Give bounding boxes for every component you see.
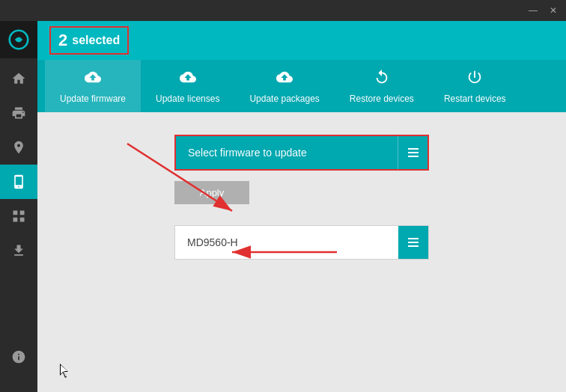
sidebar-item-print[interactable]	[0, 96, 37, 130]
nav-tabs: Update firmware Update licenses Update p…	[37, 60, 566, 112]
selected-label: selected	[72, 34, 120, 47]
tab-update-firmware[interactable]: Update firmware	[45, 60, 141, 112]
app-logo	[0, 21, 37, 58]
restart-devices-icon	[466, 69, 483, 89]
update-firmware-icon	[85, 69, 101, 89]
close-button[interactable]: ✕	[547, 4, 560, 17]
tab-restore-devices[interactable]: Restore devices	[335, 60, 429, 112]
sidebar-item-location[interactable]	[0, 130, 37, 165]
update-licenses-icon	[180, 69, 196, 89]
apply-button-row: Apply	[174, 181, 429, 215]
firmware-selector[interactable]: Select firmware to update	[174, 135, 429, 171]
home-icon	[11, 71, 26, 86]
devices-icon	[11, 174, 26, 189]
device-menu-button[interactable]	[398, 226, 428, 259]
minimize-button[interactable]: —	[526, 4, 541, 17]
tab-update-packages-label: Update packages	[249, 94, 319, 104]
update-packages-icon	[276, 69, 293, 89]
tab-restart-devices[interactable]: Restart devices	[429, 60, 521, 112]
info-icon	[11, 349, 26, 364]
apply-button[interactable]: Apply	[174, 181, 249, 204]
tab-restart-devices-label: Restart devices	[444, 94, 506, 104]
tab-update-licenses[interactable]: Update licenses	[141, 60, 234, 112]
sidebar	[0, 21, 37, 392]
upload-icon	[11, 243, 26, 258]
firmware-selector-text: Select firmware to update	[176, 138, 398, 168]
logo-icon	[8, 29, 29, 50]
title-bar-controls: — ✕	[526, 4, 560, 17]
tab-update-licenses-label: Update licenses	[156, 94, 219, 104]
hamburger-icon	[408, 148, 419, 157]
location-icon	[11, 140, 26, 155]
sidebar-item-upload[interactable]	[0, 233, 37, 268]
sidebar-item-home[interactable]	[0, 61, 37, 96]
mouse-cursor	[60, 364, 69, 377]
main-content: 2 selected Update firmware Update licens…	[37, 21, 566, 392]
app-wrapper: 2 selected Update firmware Update licens…	[0, 21, 566, 392]
tab-update-packages[interactable]: Update packages	[234, 60, 334, 112]
sidebar-item-grid[interactable]	[0, 199, 37, 233]
grid-icon	[11, 209, 26, 224]
restore-devices-icon	[374, 69, 390, 89]
device-hamburger-icon	[408, 238, 419, 247]
tab-restore-devices-label: Restore devices	[350, 94, 414, 104]
selected-badge: 2 selected	[49, 26, 129, 55]
print-icon	[11, 105, 26, 120]
title-bar: — ✕	[0, 0, 566, 21]
header-bar: 2 selected	[37, 21, 566, 60]
sidebar-item-devices[interactable]	[0, 165, 37, 199]
device-name: MD9560-H	[175, 227, 398, 257]
tab-update-firmware-label: Update firmware	[60, 94, 126, 104]
selected-count: 2	[58, 31, 67, 50]
firmware-selector-menu-button[interactable]	[398, 136, 427, 169]
sidebar-item-info[interactable]	[0, 340, 37, 374]
content-area: Select firmware to update Apply MD9560-H	[37, 112, 566, 392]
device-row: MD9560-H	[174, 225, 429, 260]
